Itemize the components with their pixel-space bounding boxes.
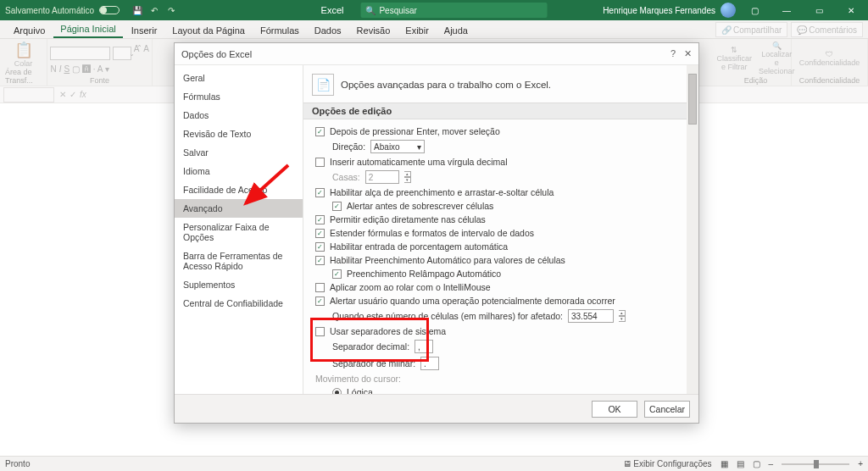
search-box[interactable]: 🔍 Pesquisar [360, 3, 547, 18]
nav-trustcenter[interactable]: Central de Confiabilidade [175, 294, 303, 313]
casas-input[interactable]: 2 [365, 170, 399, 184]
status-ready: Pronto [5, 459, 30, 468]
minimize-icon[interactable]: — [773, 0, 800, 20]
nav-idioma[interactable]: Idioma [175, 162, 303, 180]
section-edit-options: Opções de edição [303, 103, 698, 119]
fx-icon[interactable]: fx [80, 90, 86, 99]
dialog-scrollbar[interactable] [687, 65, 698, 394]
ribbon-opts-icon[interactable]: ▢ [741, 0, 768, 20]
chevron-down-icon: ▾ [417, 142, 421, 152]
share-button[interactable]: 🔗 Compartilhar [715, 22, 787, 37]
paste-icon[interactable]: 📋 [14, 41, 33, 59]
nav-avancado[interactable]: Avançado [175, 199, 303, 218]
tab-arquivo[interactable]: Arquivo [7, 23, 52, 38]
cb-autocomplete[interactable] [315, 256, 325, 265]
display-settings-button[interactable]: 🖥 Exibir Configurações [623, 459, 712, 468]
cb-enter-move[interactable] [315, 127, 325, 136]
help-icon[interactable]: ? [670, 48, 676, 59]
cb-flash-fill[interactable] [332, 269, 342, 279]
close-icon[interactable]: ✕ [837, 0, 865, 20]
zoom-out-icon[interactable]: – [769, 459, 774, 468]
view-normal-icon[interactable]: ▦ [721, 459, 728, 468]
dialog-content: 📄 Opções avançadas para o trabalho com o… [303, 65, 698, 394]
ribbon-group-confidentiality: 🛡Confidencialidade Confidencialidade [792, 39, 868, 86]
ribbon-group-clipboard: 📋Colar Área de Transf... [0, 39, 47, 86]
cb-alert-longop[interactable] [315, 296, 325, 306]
view-pagelayout-icon[interactable]: ▤ [737, 459, 744, 468]
redo-icon[interactable]: ↷ [165, 4, 177, 16]
options-dialog: Opções do Excel ? ✕ Geral Fórmulas Dados… [174, 42, 699, 424]
tab-revisao[interactable]: Revisão [350, 23, 398, 38]
dialog-close-icon[interactable]: ✕ [684, 48, 692, 59]
dialog-nav: Geral Fórmulas Dados Revisão de Texto Sa… [175, 65, 303, 394]
cell-count-input[interactable]: 33.554 [568, 309, 614, 323]
confidentiality-icon[interactable]: 🛡 [799, 50, 860, 58]
tab-inserir[interactable]: Inserir [125, 23, 164, 38]
nav-personalizar[interactable]: Personalizar Faixa de Opções [175, 218, 303, 247]
undo-icon[interactable]: ↶ [148, 4, 160, 16]
maximize-icon[interactable]: ▭ [805, 0, 832, 20]
tab-formulas[interactable]: Fórmulas [253, 23, 306, 38]
nav-suplementos[interactable]: Suplementos [175, 275, 303, 294]
search-placeholder: Pesquisar [379, 6, 416, 15]
dialog-footer: OK Cancelar [175, 394, 698, 423]
view-pagebreak-icon[interactable]: ▢ [753, 459, 760, 468]
autosave-toggle[interactable] [99, 6, 120, 14]
tab-dados[interactable]: Dados [308, 23, 348, 38]
search-icon: 🔍 [365, 6, 376, 15]
comments-button[interactable]: 💬 Comentários [791, 22, 863, 37]
thousand-sep-input[interactable]: . [420, 357, 439, 370]
tab-pagina-inicial[interactable]: Página Inicial [53, 21, 122, 38]
dialog-heading: Opções avançadas para o trabalho com o E… [341, 80, 551, 90]
decimal-sep-input[interactable]: , [415, 340, 433, 353]
cb-fill-handle[interactable] [315, 188, 325, 197]
status-bar: Pronto 🖥 Exibir Configurações ▦ ▤ ▢ – + [0, 456, 868, 471]
ribbon-group-font: A ̂ A ̌ N I S ▢ 🅰 · A ▾ Fonte [47, 39, 153, 86]
advanced-icon: 📄 [312, 74, 334, 96]
app-name: Excel [321, 5, 344, 15]
dialog-title: Opções do Excel [181, 49, 252, 59]
cb-percent-entry[interactable] [315, 242, 325, 252]
ribbon-tabs: Arquivo Página Inicial Inserir Layout da… [0, 20, 868, 39]
cb-warn-overwrite[interactable] [332, 202, 342, 211]
tab-layout[interactable]: Layout da Página [165, 23, 252, 38]
zoom-in-icon[interactable]: + [858, 459, 863, 468]
name-box[interactable] [3, 87, 54, 103]
zoom-slider[interactable] [782, 463, 849, 465]
avatar[interactable] [721, 3, 736, 18]
nav-geral[interactable]: Geral [175, 69, 303, 87]
tab-ajuda[interactable]: Ajuda [437, 23, 475, 38]
nav-formulas[interactable]: Fórmulas [175, 87, 303, 106]
nav-qat[interactable]: Barra de Ferramentas de Acesso Rápido [175, 247, 303, 275]
cb-intellimouse[interactable] [315, 283, 325, 292]
cb-edit-in-cell[interactable] [315, 215, 325, 224]
tab-exibir[interactable]: Exibir [398, 23, 436, 38]
sort-icon[interactable]: ⇅ [716, 46, 752, 54]
find-icon[interactable]: 🔍 [759, 42, 795, 50]
save-icon[interactable]: 💾 [131, 4, 143, 16]
direction-select[interactable]: Abaixo ▾ [370, 140, 425, 153]
nav-acessibilidade[interactable]: Facilidade de Acesso [175, 180, 303, 199]
ok-button[interactable]: OK [592, 401, 637, 418]
cb-extend-formats[interactable] [315, 229, 325, 238]
user-name: Henrique Marques Fernandes [603, 6, 715, 15]
dialog-titlebar: Opções do Excel ? ✕ [175, 43, 698, 65]
title-bar: Salvamento Automático 💾 ↶ ↷ Excel 🔍 Pesq… [0, 0, 868, 20]
cancel-fx-icon[interactable]: ✕ [59, 90, 66, 99]
enter-fx-icon[interactable]: ✓ [70, 90, 76, 99]
cb-auto-decimal[interactable] [315, 158, 325, 167]
cancel-button[interactable]: Cancelar [644, 401, 690, 418]
nav-salvar[interactable]: Salvar [175, 143, 303, 162]
nav-dados[interactable]: Dados [175, 106, 303, 125]
radio-logical[interactable] [332, 388, 342, 395]
ribbon-group-edit: ⇅Classificar e Filtrar 🔍Localizar e Sele… [721, 39, 792, 86]
nav-revisao[interactable]: Revisão de Texto [175, 125, 303, 143]
autosave-label: Salvamento Automático [5, 6, 94, 15]
cb-sys-separators[interactable] [315, 327, 325, 336]
